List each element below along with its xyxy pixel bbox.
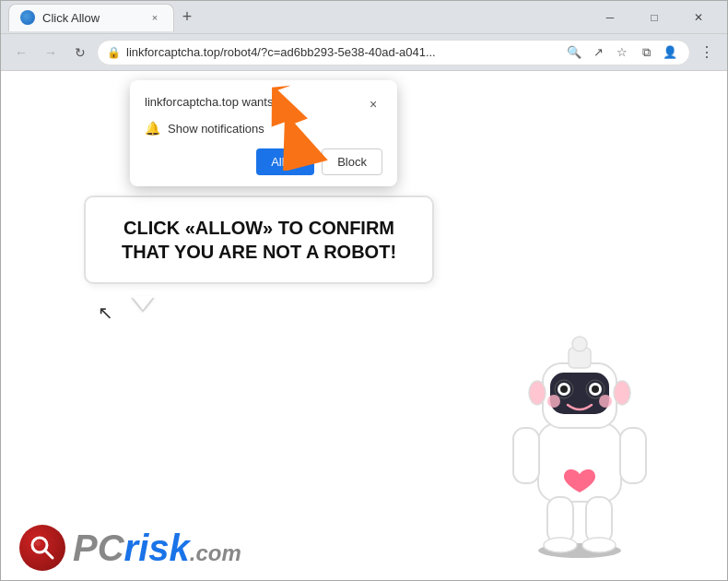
robot-image: [487, 303, 672, 562]
address-bar-row: ← → ↻ 🔒 linkforcaptcha.top/robot4/?c=ad6…: [1, 34, 727, 71]
menu-button[interactable]: ⋮: [694, 40, 720, 65]
address-bar-icons: 🔍 ↗ ☆ ⧉ 👤: [564, 42, 680, 63]
notification-text: Show notifications: [168, 122, 264, 136]
page-content: linkforcaptcha.top wants to × 🔔 Show not…: [1, 71, 727, 580]
svg-point-12: [560, 385, 568, 393]
minimize-button[interactable]: ─: [589, 1, 631, 34]
new-tab-button[interactable]: +: [174, 5, 200, 30]
close-button[interactable]: ✕: [677, 1, 720, 34]
window-controls: ─ □ ✕: [589, 1, 720, 34]
browser-window: Click Allow × + ─ □ ✕ ← → ↻ 🔒 linkforcap…: [0, 0, 728, 581]
svg-point-14: [547, 395, 560, 408]
pcrisk-pc: PC: [73, 528, 124, 569]
svg-line-25: [45, 551, 53, 558]
pcrisk-text: PCrisk.com: [73, 528, 241, 569]
back-button[interactable]: ←: [8, 40, 34, 65]
tab-close-button[interactable]: ×: [147, 10, 162, 25]
active-tab[interactable]: Click Allow ×: [8, 4, 174, 31]
tab-favicon: [20, 10, 35, 25]
popup-close-button[interactable]: ×: [364, 95, 382, 113]
svg-point-15: [599, 395, 612, 408]
svg-point-22: [544, 538, 577, 552]
svg-rect-18: [513, 428, 539, 483]
bubble-text: CLICK «ALLOW» TO CONFIRM THAT YOU ARE NO…: [113, 216, 405, 264]
tab-title: Click Allow: [42, 11, 100, 25]
share-icon[interactable]: ↗: [588, 42, 608, 63]
svg-point-6: [572, 337, 587, 351]
pcrisk-domain: .com: [190, 540, 241, 566]
forward-button[interactable]: →: [38, 40, 64, 65]
svg-point-26: [35, 540, 41, 546]
profile-icon[interactable]: 👤: [660, 42, 680, 63]
address-bar[interactable]: 🔒 linkforcaptcha.top/robot4/?c=ad6bb293-…: [97, 40, 690, 65]
extensions-icon[interactable]: ⧉: [636, 42, 656, 63]
svg-point-23: [582, 538, 616, 552]
maximize-button[interactable]: □: [633, 1, 675, 34]
svg-point-17: [614, 381, 630, 405]
pcrisk-risk: risk: [124, 528, 190, 569]
search-icon[interactable]: 🔍: [564, 42, 584, 63]
tab-bar: Click Allow × +: [8, 4, 585, 31]
pcrisk-icon: [19, 525, 65, 571]
orange-arrow: [264, 78, 346, 174]
bookmark-icon[interactable]: ☆: [612, 42, 632, 63]
lock-icon: 🔒: [107, 46, 121, 59]
pcrisk-logo: PCrisk.com: [19, 525, 241, 571]
svg-marker-1: [264, 78, 328, 171]
svg-rect-20: [547, 497, 573, 543]
bell-icon: 🔔: [145, 121, 160, 136]
svg-point-16: [529, 381, 546, 405]
url-text: linkforcaptcha.top/robot4/?c=ad6bb293-5e…: [126, 45, 558, 59]
svg-rect-19: [620, 428, 646, 483]
svg-point-13: [592, 385, 599, 393]
reload-button[interactable]: ↻: [67, 40, 93, 65]
title-bar: Click Allow × + ─ □ ✕: [1, 1, 727, 34]
speech-bubble: CLICK «ALLOW» TO CONFIRM THAT YOU ARE NO…: [84, 196, 434, 284]
cursor: ↖: [98, 302, 113, 324]
svg-rect-21: [586, 497, 612, 543]
